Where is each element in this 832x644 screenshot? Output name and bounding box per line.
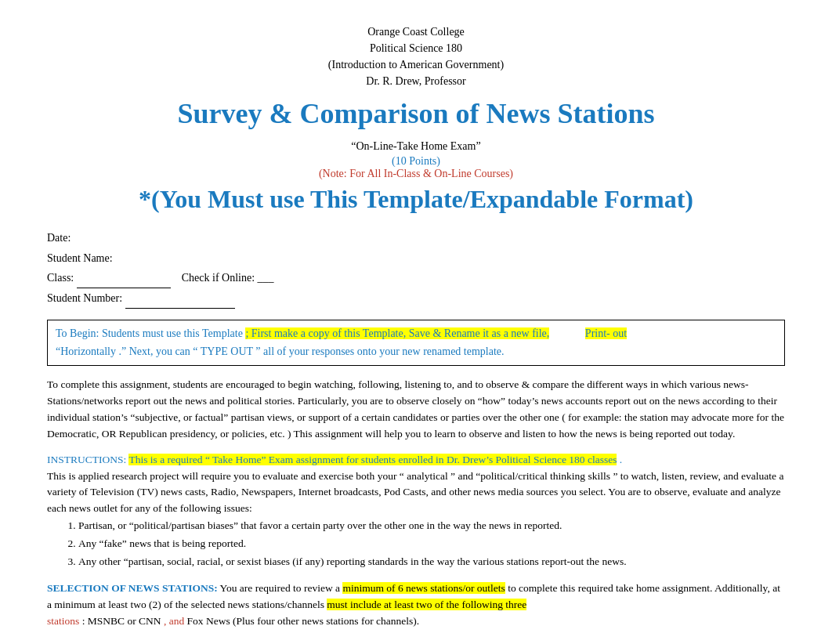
header-line3: (Introduction to American Government) [47, 56, 785, 73]
student-number-label: Student Number: [47, 292, 122, 304]
student-name-label: Student Name: [47, 252, 113, 264]
stations-label: stations [47, 615, 79, 627]
class-label: Class: [47, 272, 74, 284]
instructions-label: INSTRUCTIONS: This is a required “ Take … [47, 454, 622, 465]
selection-label: SELECTION OF NEWS STATIONS: [47, 582, 218, 594]
list-item-2: Any “fake” news that is being reported. [78, 535, 785, 553]
instructions-label-text: INSTRUCTIONS: [47, 454, 126, 465]
template-title: *(You Must use This Template/Expandable … [47, 185, 785, 214]
student-number-field[interactable] [125, 288, 235, 309]
student-name-row: Student Name: [47, 248, 785, 268]
to-begin-line1: To Begin: Students must use this Templat… [56, 325, 776, 342]
stations-text: : MSNBC or CNN [82, 615, 161, 627]
fox-text: Fox News (Plus four other news stations … [187, 615, 420, 627]
instructions-block: INSTRUCTIONS: This is a required “ Take … [47, 452, 785, 572]
instructions-text: This is a required “ Take Home” Exam ass… [128, 454, 617, 465]
to-begin-line2: “Horizontally .” Next, you can “ TYPE OU… [56, 343, 776, 360]
class-row: Class: Check if Online: ___ [47, 268, 785, 288]
list-item-3: Any other “partisan, social, racial, or … [78, 553, 785, 571]
to-begin-box: To Begin: Students must use this Templat… [47, 320, 785, 366]
instructions-period: . [620, 454, 622, 465]
header-line1: Orange Coast College [47, 24, 785, 40]
check-online-label: Check if Online: ___ [182, 272, 274, 284]
selection-highlight: minimum of 6 news stations/or outlets [342, 582, 505, 594]
student-number-row: Student Number: [47, 288, 785, 309]
header-block: Orange Coast College Political Science 1… [47, 24, 785, 89]
header-line4: Dr. R. Drew, Professor [47, 73, 785, 89]
note: (Note: For All In-Class & On-Line Course… [47, 168, 785, 180]
selection-highlight2: must include at least two of the followi… [327, 599, 526, 610]
selection-text1: You are required to review a [220, 582, 340, 594]
instructions-body: This is applied research project will re… [47, 470, 783, 515]
comma-and: , and [164, 615, 184, 627]
page: Orange Coast College Political Science 1… [0, 0, 832, 644]
instructions-list: Partisan, or “political/partisan biases”… [78, 517, 785, 571]
date-row: Date: [47, 228, 785, 248]
points: (10 Points) [47, 155, 785, 168]
date-label: Date: [47, 232, 71, 244]
to-begin-middle: ; First make a copy of this Template, Sa… [245, 327, 549, 339]
to-begin-prefix: To Begin: Students must use this Templat… [56, 327, 243, 339]
student-info-block: Date: Student Name: Class: Check if Onli… [47, 228, 785, 309]
body-paragraph: To complete this assignment, students ar… [47, 377, 785, 443]
header-line2: Political Science 180 [47, 40, 785, 56]
main-title: Survey & Comparison of News Stations [47, 97, 785, 130]
class-field[interactable] [77, 268, 171, 288]
subtitle: “On-Line-Take Home Exam” [47, 138, 785, 155]
selection-block: SELECTION OF NEWS STATIONS: You are requ… [47, 581, 785, 630]
to-begin-suffix: Print- out [585, 327, 627, 339]
list-item-1: Partisan, or “political/partisan biases”… [78, 517, 785, 535]
